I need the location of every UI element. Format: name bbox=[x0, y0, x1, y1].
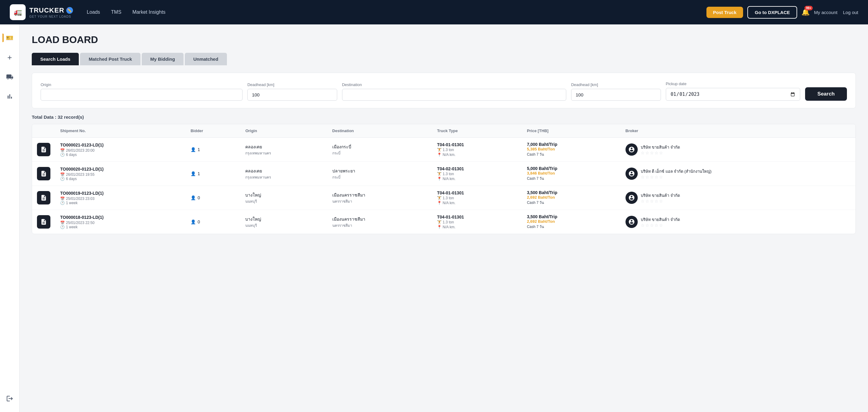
nav-link-market-insights[interactable]: Market Insights bbox=[132, 9, 165, 15]
row-detail-button[interactable] bbox=[37, 215, 51, 229]
row-detail-button[interactable] bbox=[37, 191, 51, 204]
price-main: 5,000 Baht/Trip bbox=[527, 166, 616, 171]
price-terms: Cash 7 วัน bbox=[527, 151, 616, 157]
price-per-ton: 2,692 Baht/Ton bbox=[527, 195, 616, 200]
destination-province: กระบี่ bbox=[332, 150, 427, 156]
truck-type-code: T04-02-01301 bbox=[437, 166, 517, 171]
broker-logo bbox=[625, 168, 638, 180]
broker-cell: บริษัท ดี เอ็กซ์ แอล จำกัด (สำนักงานใหญ่… bbox=[621, 162, 856, 186]
brand-tagline: GET YOUR NEXT LOADS bbox=[29, 15, 73, 18]
pickup-date-input[interactable] bbox=[666, 88, 801, 101]
table-row: TO000020-0123-LD(1) 📅 26/01/2023 19:55 🕐… bbox=[32, 162, 856, 186]
broker-info: บริษัท ขายสินค้า จำกัด ☆☆☆☆☆ bbox=[625, 192, 850, 204]
origin-name: คลองเตย bbox=[245, 168, 322, 174]
row-detail-button[interactable] bbox=[37, 143, 51, 156]
broker-details: บริษัท ขายสินค้า จำกัด ☆☆☆☆☆ bbox=[641, 216, 680, 228]
destination-province: นครราชสีมา bbox=[332, 198, 427, 204]
brand-name: TRUCKER ✏️ bbox=[29, 6, 73, 14]
origin-name: คลองเตย bbox=[245, 143, 322, 150]
shipment-info-cell: TO000021-0123-LD(1) 📅 26/01/2023 20:00 🕐… bbox=[55, 138, 186, 162]
destination-input[interactable] bbox=[342, 89, 566, 101]
origin-province: นนทบุรี bbox=[245, 222, 322, 228]
sidebar: 🎫 + bbox=[0, 25, 20, 412]
price-terms: Cash 7 วัน bbox=[527, 224, 616, 230]
destination-cell: เมืองนครราชสีมา นครราชสีมา bbox=[328, 210, 432, 234]
sidebar-icon-truck[interactable] bbox=[4, 71, 16, 83]
price-terms: Cash 7 วัน bbox=[527, 200, 616, 205]
origin-province: กรุงเทพมหานคร bbox=[245, 174, 322, 180]
destination-name: ปลายพระยา bbox=[332, 168, 427, 174]
price-per-ton: 5,385 Baht/Ton bbox=[527, 147, 616, 151]
sidebar-icon-add[interactable]: + bbox=[4, 51, 16, 64]
tab-matched-post-truck[interactable]: Matched Post Truck bbox=[80, 53, 141, 65]
broker-stars: ☆☆☆☆☆ bbox=[641, 150, 680, 155]
col-bidder: Bidder bbox=[186, 124, 240, 138]
bidder-count: 👤 0 bbox=[191, 195, 236, 200]
row-icon-cell bbox=[32, 210, 55, 234]
row-detail-button[interactable] bbox=[37, 167, 51, 180]
my-account-link[interactable]: My account bbox=[814, 10, 837, 15]
origin-name: บางใหญ่ bbox=[245, 216, 322, 222]
deadhead2-input[interactable] bbox=[571, 89, 661, 101]
truck-ton: 🏋 1.3 ton bbox=[437, 172, 517, 176]
destination-label: Destination bbox=[342, 82, 566, 87]
destination-name: เมืองนครราชสีมา bbox=[332, 216, 427, 222]
origin-label: Origin bbox=[41, 82, 243, 87]
bidder-cell: 👤 0 bbox=[186, 186, 240, 210]
nav-actions: Post Truck Go to DXPLACE 🔔 99+ My accoun… bbox=[707, 6, 858, 19]
row-icon-cell bbox=[32, 138, 55, 162]
truck-ton: 🏋 1.3 ton bbox=[437, 220, 517, 224]
truck-km: 📍 N/A km. bbox=[437, 225, 517, 229]
price-per-ton: 2,692 Baht/Ton bbox=[527, 219, 616, 224]
notification-badge: 99+ bbox=[804, 6, 813, 10]
broker-details: บริษัท ขายสินค้า จำกัด ☆☆☆☆☆ bbox=[641, 192, 680, 204]
logout-link[interactable]: Log out bbox=[843, 10, 858, 15]
shipment-info-cell: TO000018-0123-LD(1) 📅 25/01/2023 22:50 🕐… bbox=[55, 210, 186, 234]
pickup-label: Pickup date bbox=[666, 81, 801, 86]
post-truck-button[interactable]: Post Truck bbox=[707, 7, 743, 18]
layout: 🎫 + LOAD BOARD Search Loads Matched Post… bbox=[0, 25, 868, 412]
search-button[interactable]: Search bbox=[805, 87, 847, 101]
bidder-cell: 👤 1 bbox=[186, 138, 240, 162]
truck-type-code: T04-01-01301 bbox=[437, 142, 517, 147]
origin-input[interactable] bbox=[41, 89, 243, 101]
destination-cell: เมืองนครราชสีมา นครราชสีมา bbox=[328, 186, 432, 210]
price-cell: 3,500 Baht/Trip 2,692 Baht/Ton Cash 7 วั… bbox=[522, 210, 621, 234]
truck-type-cell: T04-01-01301 🏋 1.3 ton 📍 N/A km. bbox=[432, 186, 522, 210]
price-cell: 3,500 Baht/Trip 2,692 Baht/Ton Cash 7 วั… bbox=[522, 186, 621, 210]
row-icon-cell bbox=[32, 186, 55, 210]
price-main: 7,000 Baht/Trip bbox=[527, 142, 616, 147]
go-dxplace-button[interactable]: Go to DXPLACE bbox=[747, 6, 797, 19]
notification-bell[interactable]: 🔔 99+ bbox=[801, 8, 810, 16]
nav-link-tms[interactable]: TMS bbox=[111, 9, 122, 15]
deadhead1-input[interactable] bbox=[247, 89, 337, 101]
truck-ton: 🏋 1.3 ton bbox=[437, 196, 517, 200]
broker-name: บริษัท ขายสินค้า จำกัด bbox=[641, 144, 680, 150]
shipment-number: TO000019-0123-LD(1) bbox=[60, 191, 181, 196]
origin-cell: คลองเตย กรุงเทพมหานคร bbox=[240, 138, 327, 162]
search-row: Origin Deadhead [km] Destination Deadhea… bbox=[41, 81, 847, 101]
truck-type-cell: T04-01-01301 🏋 1.3 ton 📍 N/A km. bbox=[432, 210, 522, 234]
truck-type-code: T04-01-01301 bbox=[437, 191, 517, 195]
table-row: TO000018-0123-LD(1) 📅 25/01/2023 22:50 🕐… bbox=[32, 210, 856, 234]
sidebar-icon-chart[interactable] bbox=[4, 90, 16, 103]
broker-cell: บริษัท ขายสินค้า จำกัด ☆☆☆☆☆ bbox=[621, 186, 856, 210]
origin-province: นนทบุรี bbox=[245, 198, 322, 204]
destination-province: กระบี่ bbox=[332, 174, 427, 180]
col-broker: Broker bbox=[621, 124, 856, 138]
tab-search-loads[interactable]: Search Loads bbox=[32, 53, 79, 65]
nav-link-loads[interactable]: Loads bbox=[87, 9, 100, 15]
broker-logo bbox=[625, 192, 638, 204]
total-data-label: Total Data : 32 record(s) bbox=[32, 114, 856, 119]
destination-name: เมืองนครราชสีมา bbox=[332, 192, 427, 198]
tab-unmatched[interactable]: Unmatched bbox=[185, 53, 227, 65]
tab-my-bidding[interactable]: My Bidding bbox=[142, 53, 184, 65]
bidder-cell: 👤 0 bbox=[186, 210, 240, 234]
shipment-number: TO000021-0123-LD(1) bbox=[60, 142, 181, 147]
destination-name: เมืองกระบี่ bbox=[332, 143, 427, 150]
sidebar-icon-logout[interactable] bbox=[4, 392, 16, 405]
search-panel: Origin Deadhead [km] Destination Deadhea… bbox=[32, 73, 856, 108]
sidebar-icon-loads[interactable]: 🎫 bbox=[4, 32, 16, 44]
broker-info: บริษัท ขายสินค้า จำกัด ☆☆☆☆☆ bbox=[625, 216, 850, 228]
logo-area: 🚛 TRUCKER ✏️ GET YOUR NEXT LOADS bbox=[10, 4, 77, 20]
